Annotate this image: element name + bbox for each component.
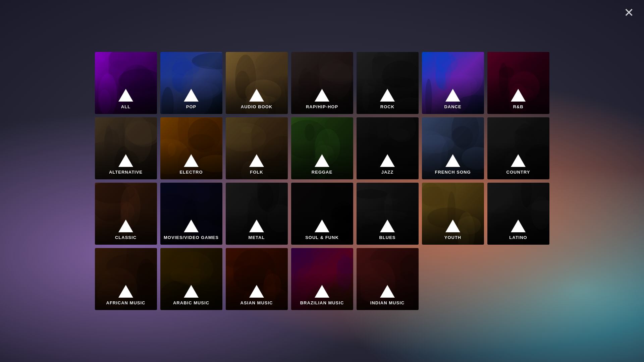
- genre-tile-reggae[interactable]: REGGAE: [291, 117, 353, 179]
- svg-point-1: [98, 55, 105, 62]
- close-button[interactable]: ✕: [624, 7, 634, 19]
- genre-tile-metal[interactable]: METAL: [226, 183, 288, 245]
- svg-point-74: [178, 117, 189, 146]
- play-triangle-classic: [118, 220, 133, 232]
- play-triangle-all: [118, 89, 133, 102]
- play-triangle-soulandfunk: [315, 220, 329, 232]
- genre-tile-country[interactable]: COUNTRY: [487, 117, 549, 179]
- genre-label-jazz: JAZZ: [381, 170, 394, 175]
- genre-label-electro: ELECTRO: [179, 170, 203, 175]
- genre-tile-raphiphop[interactable]: RAP/HIP-HOP: [291, 52, 353, 114]
- genre-tile-rock[interactable]: ROCK: [357, 52, 419, 114]
- genre-tile-all[interactable]: ALL: [95, 52, 157, 114]
- svg-point-89: [251, 117, 283, 160]
- genre-label-latino: LATINO: [509, 235, 527, 240]
- svg-point-152: [247, 197, 260, 240]
- svg-point-156: [331, 201, 353, 240]
- play-triangle-frenchsong: [445, 154, 460, 167]
- svg-point-188: [511, 209, 518, 218]
- svg-point-87: [261, 136, 288, 179]
- svg-point-114: [451, 117, 479, 149]
- genre-tile-rnb[interactable]: R&B: [487, 52, 549, 114]
- play-triangle-pop: [184, 89, 199, 102]
- genre-label-country: COUNTRY: [506, 170, 530, 175]
- genre-label-youth: YOUTH: [444, 235, 462, 240]
- svg-point-110: [422, 152, 468, 179]
- genre-tile-frenchsong[interactable]: FRENCH SONG: [422, 117, 484, 179]
- play-triangle-africanmusic: [118, 285, 133, 298]
- svg-point-203: [200, 276, 219, 290]
- svg-point-35: [299, 72, 319, 88]
- play-triangle-alternative: [118, 154, 133, 167]
- genre-tile-electro[interactable]: ELECTRO: [160, 117, 222, 179]
- play-triangle-country: [511, 154, 526, 167]
- genre-label-indianmusic: INDIAN MUSIC: [370, 300, 405, 305]
- genre-tile-arabicmusic[interactable]: ARABIC MUSIC: [160, 248, 222, 310]
- genre-label-frenchsong: FRENCH SONG: [435, 170, 471, 175]
- svg-point-4: [98, 89, 111, 114]
- genre-label-pop: POP: [186, 104, 196, 109]
- svg-point-70: [124, 117, 157, 147]
- play-triangle-movies: [184, 220, 199, 232]
- svg-point-128: [130, 223, 154, 245]
- genre-tile-soulandfunk[interactable]: SOUL & FUNK: [291, 183, 353, 245]
- genre-tile-asianmusic[interactable]: ASIAN MUSIC: [226, 248, 288, 310]
- svg-point-169: [384, 198, 399, 205]
- svg-point-145: [267, 204, 288, 232]
- genre-tile-africanmusic[interactable]: AFRICAN MUSIC: [95, 248, 157, 310]
- genre-label-asianmusic: ASIAN MUSIC: [240, 300, 273, 305]
- genre-tile-pop[interactable]: POP: [160, 52, 222, 114]
- play-triangle-reggae: [315, 154, 329, 167]
- genre-tile-blues[interactable]: BLUES: [357, 183, 419, 245]
- genre-tile-classic[interactable]: CLASSIC: [95, 183, 157, 245]
- svg-point-96: [305, 124, 315, 141]
- svg-point-85: [241, 127, 252, 133]
- genre-label-soulandfunk: SOUL & FUNK: [305, 235, 339, 240]
- genre-label-folk: FOLK: [250, 170, 263, 175]
- genre-tile-dance[interactable]: DANCE: [422, 52, 484, 114]
- svg-point-194: [126, 248, 137, 280]
- genre-tile-jazz[interactable]: JAZZ: [357, 117, 419, 179]
- svg-point-178: [458, 216, 481, 234]
- genre-tile-latino[interactable]: LATINO: [487, 183, 549, 245]
- svg-point-37: [392, 98, 419, 110]
- genre-tile-brazilianmusic[interactable]: BRAZILIAN MUSIC: [291, 248, 353, 310]
- svg-point-39: [382, 77, 414, 87]
- svg-point-109: [462, 147, 484, 170]
- genre-tile-indianmusic[interactable]: INDIAN MUSIC: [357, 248, 419, 310]
- genre-label-rnb: R&B: [513, 104, 523, 109]
- play-triangle-brazilianmusic: [315, 285, 329, 298]
- genre-tile-audiobook[interactable]: AUDIO BOOK: [226, 52, 288, 114]
- svg-point-123: [525, 148, 549, 159]
- genre-tile-folk[interactable]: FOLK: [226, 117, 288, 179]
- svg-point-71: [104, 129, 119, 151]
- play-triangle-rnb: [511, 89, 526, 102]
- svg-point-42: [382, 61, 419, 89]
- svg-point-167: [394, 219, 418, 227]
- genre-tile-youth[interactable]: YOUTH: [422, 183, 484, 245]
- genre-grid: ALLPOPAUDIO BOOKRAP/HIP-HOPROCKDANCER&BA…: [88, 45, 556, 317]
- play-triangle-raphiphop: [315, 89, 329, 102]
- play-triangle-metal: [249, 220, 264, 232]
- play-triangle-electro: [184, 154, 199, 167]
- svg-point-107: [368, 121, 377, 148]
- genre-tile-movies[interactable]: MOVIES/VIDEO GAMES: [160, 183, 222, 245]
- play-triangle-rock: [380, 89, 395, 102]
- svg-point-60: [499, 67, 514, 78]
- genre-label-rock: ROCK: [380, 104, 394, 109]
- play-triangle-arabicmusic: [184, 285, 199, 298]
- svg-point-29: [299, 84, 307, 104]
- svg-point-159: [331, 205, 353, 222]
- genre-label-classic: CLASSIC: [115, 235, 137, 240]
- genre-label-reggae: REGGAE: [312, 170, 332, 175]
- genre-label-audiobook: AUDIO BOOK: [241, 104, 273, 109]
- svg-point-134: [130, 211, 157, 232]
- svg-point-232: [360, 259, 395, 306]
- genre-label-dance: DANCE: [444, 104, 461, 109]
- svg-point-26: [275, 84, 287, 114]
- play-triangle-indianmusic: [380, 285, 395, 298]
- svg-point-224: [297, 266, 339, 280]
- genre-label-arabicmusic: ARABIC MUSIC: [173, 300, 209, 305]
- genre-tile-alternative[interactable]: ALTERNATIVE: [95, 117, 157, 179]
- play-triangle-jazz: [380, 154, 395, 167]
